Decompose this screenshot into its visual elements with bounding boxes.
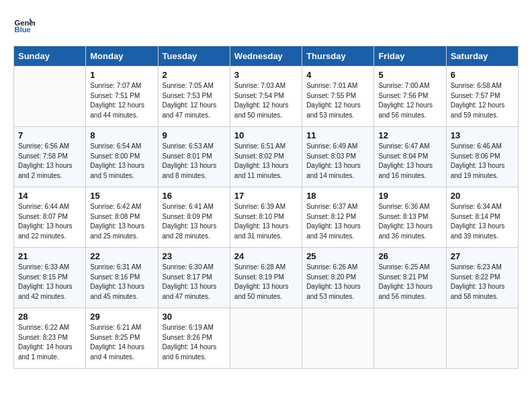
day-number: 1 xyxy=(90,70,153,80)
calendar-cell: 2Sunrise: 7:05 AM Sunset: 7:53 PM Daylig… xyxy=(158,66,230,127)
calendar-table: SundayMondayTuesdayWednesdayThursdayFrid… xyxy=(13,46,519,369)
day-info: Sunrise: 7:05 AM Sunset: 7:53 PM Dayligh… xyxy=(163,81,226,120)
weekday-header-thursday: Thursday xyxy=(302,46,374,66)
day-info: Sunrise: 6:46 AM Sunset: 8:06 PM Dayligh… xyxy=(451,142,514,181)
calendar-cell: 30Sunrise: 6:19 AM Sunset: 8:26 PM Dayli… xyxy=(158,308,230,369)
day-info: Sunrise: 6:39 AM Sunset: 8:10 PM Dayligh… xyxy=(234,202,298,241)
calendar-cell: 20Sunrise: 6:34 AM Sunset: 8:14 PM Dayli… xyxy=(446,187,518,248)
day-number: 15 xyxy=(90,191,153,201)
day-number: 8 xyxy=(90,130,153,140)
calendar-cell: 3Sunrise: 7:03 AM Sunset: 7:54 PM Daylig… xyxy=(230,66,302,127)
day-number: 18 xyxy=(306,191,369,201)
calendar-cell: 16Sunrise: 6:41 AM Sunset: 8:09 PM Dayli… xyxy=(158,187,230,248)
weekday-header-wednesday: Wednesday xyxy=(230,46,302,66)
day-number: 22 xyxy=(90,251,153,261)
calendar-cell: 1Sunrise: 7:07 AM Sunset: 7:51 PM Daylig… xyxy=(86,66,158,127)
day-info: Sunrise: 6:25 AM Sunset: 8:21 PM Dayligh… xyxy=(378,263,441,302)
day-number: 30 xyxy=(163,312,226,322)
day-number: 11 xyxy=(306,130,369,140)
page-header: General Blue xyxy=(13,13,519,35)
day-info: Sunrise: 6:34 AM Sunset: 8:14 PM Dayligh… xyxy=(451,202,514,241)
calendar-cell: 21Sunrise: 6:33 AM Sunset: 8:15 PM Dayli… xyxy=(14,248,86,308)
day-number: 16 xyxy=(163,191,226,201)
day-info: Sunrise: 6:49 AM Sunset: 8:03 PM Dayligh… xyxy=(306,142,369,181)
calendar-cell xyxy=(230,308,302,369)
day-info: Sunrise: 6:53 AM Sunset: 8:01 PM Dayligh… xyxy=(163,142,226,181)
calendar-body: 1Sunrise: 7:07 AM Sunset: 7:51 PM Daylig… xyxy=(14,66,519,369)
day-info: Sunrise: 6:23 AM Sunset: 8:22 PM Dayligh… xyxy=(451,263,514,302)
logo-icon: General Blue xyxy=(13,13,35,35)
day-info: Sunrise: 6:26 AM Sunset: 8:20 PM Dayligh… xyxy=(306,263,369,302)
calendar-cell: 5Sunrise: 7:00 AM Sunset: 7:56 PM Daylig… xyxy=(374,66,446,127)
day-info: Sunrise: 7:00 AM Sunset: 7:56 PM Dayligh… xyxy=(378,81,441,120)
calendar-cell: 15Sunrise: 6:42 AM Sunset: 8:08 PM Dayli… xyxy=(86,187,158,248)
calendar-cell: 23Sunrise: 6:30 AM Sunset: 8:17 PM Dayli… xyxy=(158,248,230,308)
day-number: 2 xyxy=(163,70,226,80)
day-number: 13 xyxy=(451,130,514,140)
calendar-cell xyxy=(302,308,374,369)
weekday-header-saturday: Saturday xyxy=(446,46,518,66)
day-number: 25 xyxy=(306,251,369,261)
day-info: Sunrise: 6:19 AM Sunset: 8:26 PM Dayligh… xyxy=(163,323,226,362)
calendar-cell: 11Sunrise: 6:49 AM Sunset: 8:03 PM Dayli… xyxy=(302,127,374,187)
day-number: 21 xyxy=(18,251,81,261)
calendar-cell: 28Sunrise: 6:22 AM Sunset: 8:23 PM Dayli… xyxy=(14,308,86,369)
day-number: 14 xyxy=(18,191,81,201)
day-info: Sunrise: 6:33 AM Sunset: 8:15 PM Dayligh… xyxy=(18,263,81,302)
day-info: Sunrise: 6:42 AM Sunset: 8:08 PM Dayligh… xyxy=(90,202,153,241)
calendar-week-row: 21Sunrise: 6:33 AM Sunset: 8:15 PM Dayli… xyxy=(14,248,519,308)
day-number: 7 xyxy=(18,130,81,140)
calendar-cell: 9Sunrise: 6:53 AM Sunset: 8:01 PM Daylig… xyxy=(158,127,230,187)
calendar-cell: 10Sunrise: 6:51 AM Sunset: 8:02 PM Dayli… xyxy=(230,127,302,187)
day-info: Sunrise: 6:58 AM Sunset: 7:57 PM Dayligh… xyxy=(451,81,514,120)
calendar-week-row: 1Sunrise: 7:07 AM Sunset: 7:51 PM Daylig… xyxy=(14,66,519,127)
day-info: Sunrise: 6:47 AM Sunset: 8:04 PM Dayligh… xyxy=(378,142,441,181)
day-number: 9 xyxy=(163,130,226,140)
calendar-cell: 12Sunrise: 6:47 AM Sunset: 8:04 PM Dayli… xyxy=(374,127,446,187)
calendar-cell: 18Sunrise: 6:37 AM Sunset: 8:12 PM Dayli… xyxy=(302,187,374,248)
day-number: 19 xyxy=(378,191,441,201)
day-number: 6 xyxy=(451,70,514,80)
day-info: Sunrise: 6:31 AM Sunset: 8:16 PM Dayligh… xyxy=(90,263,153,302)
day-number: 24 xyxy=(234,251,298,261)
calendar-cell: 24Sunrise: 6:28 AM Sunset: 8:19 PM Dayli… xyxy=(230,248,302,308)
calendar-cell: 4Sunrise: 7:01 AM Sunset: 7:55 PM Daylig… xyxy=(302,66,374,127)
calendar-cell: 6Sunrise: 6:58 AM Sunset: 7:57 PM Daylig… xyxy=(446,66,518,127)
day-number: 3 xyxy=(234,70,298,80)
day-info: Sunrise: 7:01 AM Sunset: 7:55 PM Dayligh… xyxy=(306,81,369,120)
weekday-header-sunday: Sunday xyxy=(14,46,86,66)
calendar-cell: 8Sunrise: 6:54 AM Sunset: 8:00 PM Daylig… xyxy=(86,127,158,187)
calendar-cell: 19Sunrise: 6:36 AM Sunset: 8:13 PM Dayli… xyxy=(374,187,446,248)
calendar-cell: 25Sunrise: 6:26 AM Sunset: 8:20 PM Dayli… xyxy=(302,248,374,308)
calendar-week-row: 28Sunrise: 6:22 AM Sunset: 8:23 PM Dayli… xyxy=(14,308,519,369)
calendar-cell xyxy=(374,308,446,369)
day-info: Sunrise: 6:37 AM Sunset: 8:12 PM Dayligh… xyxy=(306,202,369,241)
calendar-cell: 17Sunrise: 6:39 AM Sunset: 8:10 PM Dayli… xyxy=(230,187,302,248)
day-info: Sunrise: 7:03 AM Sunset: 7:54 PM Dayligh… xyxy=(234,81,298,120)
calendar-cell: 7Sunrise: 6:56 AM Sunset: 7:58 PM Daylig… xyxy=(14,127,86,187)
day-info: Sunrise: 6:54 AM Sunset: 8:00 PM Dayligh… xyxy=(90,142,153,181)
day-info: Sunrise: 6:44 AM Sunset: 8:07 PM Dayligh… xyxy=(18,202,81,241)
calendar-cell xyxy=(446,308,518,369)
svg-text:Blue: Blue xyxy=(15,26,31,34)
calendar-cell xyxy=(14,66,86,127)
calendar-cell: 22Sunrise: 6:31 AM Sunset: 8:16 PM Dayli… xyxy=(86,248,158,308)
logo: General Blue xyxy=(13,13,38,35)
day-number: 4 xyxy=(306,70,369,80)
day-info: Sunrise: 6:36 AM Sunset: 8:13 PM Dayligh… xyxy=(378,202,441,241)
weekday-header-tuesday: Tuesday xyxy=(158,46,230,66)
day-info: Sunrise: 6:30 AM Sunset: 8:17 PM Dayligh… xyxy=(163,263,226,302)
weekday-header-friday: Friday xyxy=(374,46,446,66)
day-number: 28 xyxy=(18,312,81,322)
calendar-week-row: 7Sunrise: 6:56 AM Sunset: 7:58 PM Daylig… xyxy=(14,127,519,187)
day-info: Sunrise: 7:07 AM Sunset: 7:51 PM Dayligh… xyxy=(90,81,153,120)
day-number: 26 xyxy=(378,251,441,261)
day-number: 17 xyxy=(234,191,298,201)
calendar-cell: 27Sunrise: 6:23 AM Sunset: 8:22 PM Dayli… xyxy=(446,248,518,308)
day-number: 5 xyxy=(378,70,441,80)
day-info: Sunrise: 6:21 AM Sunset: 8:25 PM Dayligh… xyxy=(90,323,153,362)
day-number: 12 xyxy=(378,130,441,140)
day-info: Sunrise: 6:41 AM Sunset: 8:09 PM Dayligh… xyxy=(163,202,226,241)
day-number: 10 xyxy=(234,130,298,140)
day-info: Sunrise: 6:51 AM Sunset: 8:02 PM Dayligh… xyxy=(234,142,298,181)
